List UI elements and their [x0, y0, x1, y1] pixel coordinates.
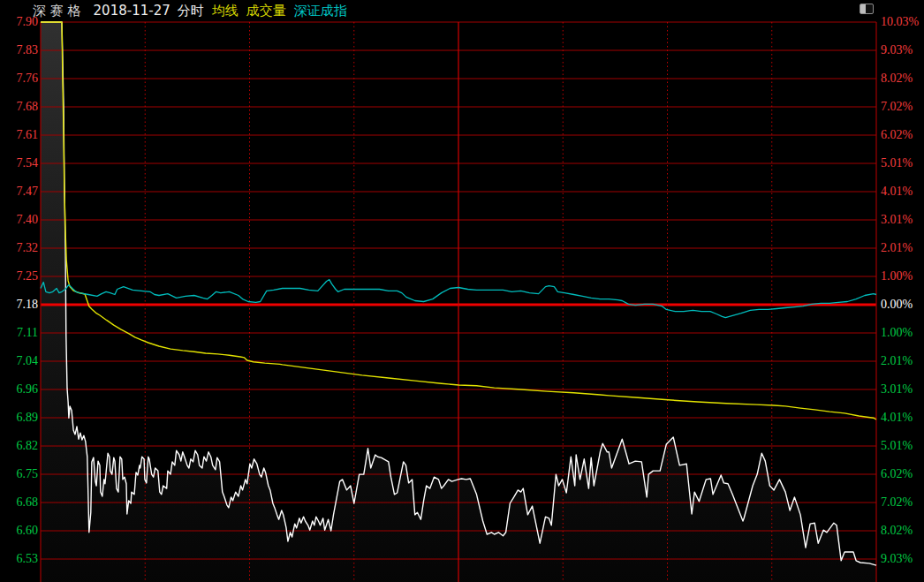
window-pane-icon[interactable]	[860, 4, 874, 14]
price-axis-label: 7.54	[1, 155, 38, 171]
legend-avg-line[interactable]: 均线	[212, 3, 239, 19]
percent-axis-label: 4.01%	[881, 410, 924, 426]
price-axis-label: 7.61	[1, 127, 38, 143]
percent-axis-label: 8.02%	[881, 523, 924, 539]
intraday-chart[interactable]	[0, 0, 924, 582]
percent-axis-label: 4.01%	[881, 184, 924, 200]
price-axis-label: 7.40	[1, 212, 38, 228]
percent-axis-label: 6.02%	[881, 127, 924, 143]
percent-axis-label: 9.03%	[881, 42, 924, 58]
percent-axis-label: 2.01%	[881, 353, 924, 369]
price-axis-label: 6.60	[1, 523, 38, 539]
price-axis-label: 7.11	[1, 325, 38, 341]
percent-axis-label: 7.02%	[881, 99, 924, 115]
percent-axis-label: 1.00%	[881, 325, 924, 341]
price-axis-label: 6.53	[1, 551, 38, 567]
percent-axis-label: 6.02%	[881, 466, 924, 482]
price-axis-label: 7.04	[1, 353, 38, 369]
price-axis-label: 7.47	[1, 184, 38, 200]
legend-szse-index[interactable]: 深证成指	[294, 3, 347, 19]
price-axis-label: 7.32	[1, 240, 38, 256]
price-axis-label: 7.68	[1, 99, 38, 115]
legend-volume[interactable]: 成交量	[246, 3, 286, 19]
price-axis-label: 7.25	[1, 268, 38, 284]
price-axis-label: 6.96	[1, 382, 38, 397]
intraday-chart-window: 深 赛 格2018-11-27分时均线成交量深证成指 7.907.837.767…	[0, 0, 924, 582]
percent-axis-label: 5.01%	[881, 438, 924, 454]
percent-axis-label: 7.02%	[881, 495, 924, 510]
chart-header: 深 赛 格2018-11-27分时均线成交量深证成指	[33, 2, 347, 19]
price-axis-label: 7.83	[1, 42, 38, 58]
price-axis-label: 6.89	[1, 410, 38, 426]
price-axis-label: 7.76	[1, 71, 38, 87]
percent-axis-label: 5.01%	[881, 155, 924, 171]
percent-axis-label: 9.03%	[881, 551, 924, 567]
percent-axis-label: 10.03%	[881, 14, 924, 30]
percent-axis-label: 1.00%	[881, 268, 924, 284]
price-axis-label: 6.68	[1, 495, 38, 510]
price-axis-label: 7.18	[1, 297, 38, 313]
price-axis-label: 6.82	[1, 438, 38, 454]
percent-axis-label: 0.00%	[881, 297, 924, 313]
percent-axis-label: 3.01%	[881, 212, 924, 228]
price-axis-label: 6.75	[1, 466, 38, 482]
view-mode-label: 分时	[178, 3, 204, 19]
price-axis-label: 7.90	[1, 14, 38, 30]
percent-axis-label: 8.02%	[881, 71, 924, 87]
stock-name: 深 赛 格	[33, 3, 81, 19]
percent-axis-label: 2.01%	[881, 240, 924, 256]
trade-date: 2018-11-27	[94, 3, 170, 19]
percent-axis-label: 3.01%	[881, 382, 924, 397]
